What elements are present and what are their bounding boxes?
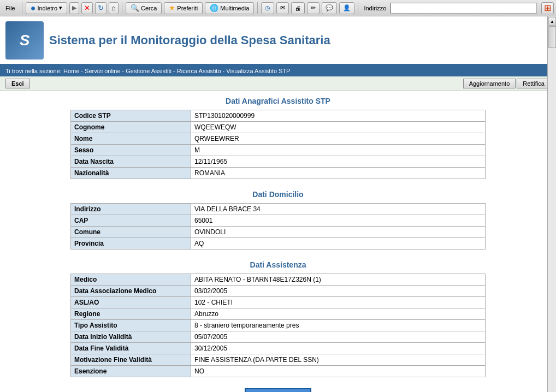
field-value: 12/11/1965: [191, 156, 486, 168]
home-icon: ⌂: [111, 4, 116, 12]
mail-button[interactable]: ✉: [276, 2, 289, 14]
table-row: Sesso M: [71, 145, 486, 156]
scroll-thumb[interactable]: [548, 26, 556, 48]
back-icon: ●: [31, 3, 36, 13]
forward-icon: ▶: [72, 4, 76, 11]
browser-toolbar: File ● Indietro ▾ ▶ ✕ ↻ ⌂ 🔍 Cerca ★ Pref…: [0, 0, 556, 16]
home-button[interactable]: ⌂: [109, 2, 119, 14]
field-label: Nazionalità: [71, 168, 191, 179]
search-button[interactable]: 🔍 Cerca: [126, 2, 162, 14]
table-row: Nome QRWEEWRER: [71, 133, 486, 145]
field-value: NO: [191, 366, 486, 377]
table-row: Comune OVINDOLI: [71, 227, 486, 238]
rettifica-button[interactable]: Rettifica: [517, 79, 551, 88]
field-label: Cognome: [71, 122, 191, 133]
breadcrumb: Ti trovi nella sezione: Home - Servizi o…: [0, 66, 556, 76]
stop-icon: ✕: [84, 4, 90, 12]
stampa-button[interactable]: STAMPA: [245, 388, 312, 392]
page-container: S Sistema per il Monitoraggio della Spes…: [0, 16, 556, 392]
table-row: Regione Abruzzo: [71, 308, 486, 320]
field-value: AQ: [191, 238, 486, 250]
stop-button[interactable]: ✕: [81, 2, 93, 14]
field-label: Provincia: [71, 238, 191, 250]
assistenza-table: Medico ABITA RENATO - BTARNT48E17Z326N (…: [70, 274, 486, 377]
discuss-icon: 💬: [326, 4, 333, 11]
field-value: FINE ASSISTENZA (DA PARTE DEL SSN): [191, 354, 486, 366]
forward-button[interactable]: ▶: [69, 2, 79, 14]
table-row: Codice STP STP1301020000999: [71, 110, 486, 122]
table-row: Data Nascita 12/11/1965: [71, 156, 486, 168]
field-value: VIA DELLA BRACE 34: [191, 204, 486, 215]
table-row: Medico ABITA RENATO - BTARNT48E17Z326N (…: [71, 274, 486, 286]
field-value: 05/07/2005: [191, 331, 486, 343]
back-dropdown-icon: ▾: [59, 4, 62, 11]
field-value: 65001: [191, 215, 486, 227]
table-row: Nazionalità ROMANIA: [71, 168, 486, 179]
refresh-button[interactable]: ↻: [95, 2, 107, 14]
mail-icon: ✉: [280, 4, 285, 11]
site-header: S Sistema per il Monitoraggio della Spes…: [0, 16, 556, 66]
windows-icon: ⊞: [544, 3, 551, 13]
field-label: ASL/AO: [71, 297, 191, 308]
anagrafici-title: Dati Anagrafici Assistito STP: [11, 97, 545, 105]
assistenza-title: Dati Assistenza: [11, 260, 545, 269]
field-label: Data Fine Validità: [71, 343, 191, 354]
stampa-container: STAMPA: [11, 388, 545, 392]
table-row: CAP 65001: [71, 215, 486, 227]
edit-icon: ✏: [311, 4, 316, 11]
print-button[interactable]: 🖨: [291, 2, 305, 14]
page-title: Sistema per il Monitoraggio della Spesa …: [49, 33, 330, 47]
anagrafici-section: Dati Anagrafici Assistito STP Codice STP…: [11, 97, 545, 179]
field-value: OVINDOLI: [191, 227, 486, 238]
search-icon: 🔍: [131, 4, 139, 12]
table-row: Cognome WQEEWEQW: [71, 122, 486, 133]
action-buttons: Aggiornamento Rettifica: [463, 79, 551, 88]
field-label: Indirizzo: [71, 204, 191, 215]
field-label: Sesso: [71, 145, 191, 156]
table-row: Provincia AQ: [71, 238, 486, 250]
edit-button[interactable]: ✏: [307, 2, 320, 14]
field-label: Data Inizio Validità: [71, 331, 191, 343]
history-icon: ◷: [265, 4, 270, 11]
table-row: Tipo Assistito 8 - straniero temporaneam…: [71, 320, 486, 331]
esci-button[interactable]: Esci: [5, 79, 30, 88]
windows-button[interactable]: ⊞: [541, 2, 554, 14]
field-value: QRWEEWRER: [191, 133, 486, 145]
anagrafici-table: Codice STP STP1301020000999 Cognome WQEE…: [70, 110, 486, 179]
messenger-icon: 👤: [343, 4, 351, 11]
site-logo: S: [5, 21, 44, 60]
field-value: ROMANIA: [191, 168, 486, 179]
field-label: Comune: [71, 227, 191, 238]
domicilio-section: Dati Domicilio Indirizzo VIA DELLA BRACE…: [11, 190, 545, 250]
messenger-button[interactable]: 👤: [339, 2, 354, 14]
field-value: Abruzzo: [191, 308, 486, 320]
table-row: Motivazione Fine Validità FINE ASSISTENZ…: [71, 354, 486, 366]
field-value: M: [191, 145, 486, 156]
field-label: CAP: [71, 215, 191, 227]
field-value: 8 - straniero temporaneamente pres: [191, 320, 486, 331]
file-menu[interactable]: File: [2, 4, 19, 13]
field-value: WQEEWEQW: [191, 122, 486, 133]
media-button[interactable]: 🌐 Multimedia: [205, 2, 254, 14]
field-value: 30/12/2005: [191, 343, 486, 354]
scroll-up-button[interactable]: ▲: [548, 17, 556, 26]
field-value: ABITA RENATO - BTARNT48E17Z326N (1): [191, 274, 486, 286]
assistenza-section: Dati Assistenza Medico ABITA RENATO - BT…: [11, 260, 545, 377]
refresh-icon: ↻: [98, 4, 104, 12]
history-button[interactable]: ◷: [261, 2, 274, 14]
field-label: Medico: [71, 274, 191, 286]
table-row: Data Fine Validità 30/12/2005: [71, 343, 486, 354]
table-row: Indirizzo VIA DELLA BRACE 34: [71, 204, 486, 215]
domicilio-table: Indirizzo VIA DELLA BRACE 34 CAP 65001 C…: [70, 203, 486, 250]
table-row: ASL/AO 102 - CHIETI: [71, 297, 486, 308]
field-label: Motivazione Fine Validità: [71, 354, 191, 366]
main-content: Dati Anagrafici Assistito STP Codice STP…: [0, 91, 556, 392]
scrollbar[interactable]: ▲: [547, 16, 556, 392]
back-button[interactable]: ● Indietro ▾: [26, 2, 67, 14]
field-value: 03/02/2005: [191, 286, 486, 297]
table-row: Data Inizio Validità 05/07/2005: [71, 331, 486, 343]
discuss-button[interactable]: 💬: [322, 2, 337, 14]
favorites-button[interactable]: ★ Preferiti: [164, 2, 203, 14]
field-label: Data Nascita: [71, 156, 191, 168]
aggiornamento-button[interactable]: Aggiornamento: [463, 79, 516, 88]
